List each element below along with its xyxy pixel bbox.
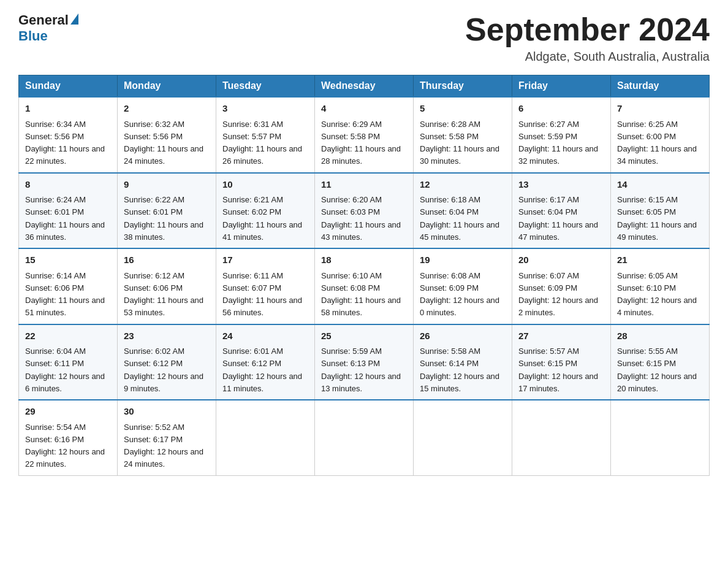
calendar-cell: 8 Sunrise: 6:24 AMSunset: 6:01 PMDayligh…	[19, 173, 118, 249]
day-info: Sunrise: 5:59 AMSunset: 6:13 PMDaylight:…	[321, 347, 401, 393]
calendar-cell: 29 Sunrise: 5:54 AMSunset: 6:16 PMDaylig…	[19, 400, 118, 475]
day-info: Sunrise: 6:15 AMSunset: 6:05 PMDaylight:…	[617, 195, 697, 242]
week-row-1: 1 Sunrise: 6:34 AMSunset: 5:56 PMDayligh…	[19, 97, 710, 173]
calendar-cell: 24 Sunrise: 6:01 AMSunset: 6:12 PMDaylig…	[216, 324, 315, 400]
day-number: 14	[617, 178, 703, 192]
day-info: Sunrise: 6:32 AMSunset: 5:56 PMDaylight:…	[124, 120, 203, 166]
day-number: 13	[518, 178, 604, 192]
logo: General Blue	[18, 12, 78, 45]
day-info: Sunrise: 6:29 AMSunset: 5:58 PMDaylight:…	[321, 120, 401, 166]
calendar-cell: 2 Sunrise: 6:32 AMSunset: 5:56 PMDayligh…	[118, 97, 216, 173]
day-number: 29	[25, 405, 111, 419]
day-number: 25	[321, 329, 407, 343]
day-info: Sunrise: 6:25 AMSunset: 6:00 PMDaylight:…	[617, 120, 697, 166]
calendar-cell	[611, 400, 710, 475]
day-number: 24	[222, 329, 308, 343]
col-thursday: Thursday	[414, 75, 512, 98]
day-number: 12	[420, 178, 506, 192]
calendar-cell: 15 Sunrise: 6:14 AMSunset: 6:06 PMDaylig…	[19, 248, 118, 324]
calendar-cell: 11 Sunrise: 6:20 AMSunset: 6:03 PMDaylig…	[315, 173, 414, 249]
day-info: Sunrise: 6:17 AMSunset: 6:04 PMDaylight:…	[518, 195, 598, 242]
day-info: Sunrise: 6:11 AMSunset: 6:07 PMDaylight:…	[222, 271, 302, 318]
calendar-cell	[414, 400, 512, 475]
day-number: 15	[25, 253, 111, 267]
calendar-cell	[216, 400, 315, 475]
day-number: 9	[124, 178, 210, 192]
day-info: Sunrise: 6:04 AMSunset: 6:11 PMDaylight:…	[25, 347, 105, 393]
calendar-cell: 14 Sunrise: 6:15 AMSunset: 6:05 PMDaylig…	[611, 173, 710, 249]
day-number: 28	[617, 329, 703, 343]
day-info: Sunrise: 6:28 AMSunset: 5:58 PMDaylight:…	[420, 120, 499, 166]
day-number: 16	[124, 253, 210, 267]
day-number: 7	[617, 102, 703, 116]
day-info: Sunrise: 6:18 AMSunset: 6:04 PMDaylight:…	[420, 195, 499, 242]
day-number: 4	[321, 102, 407, 116]
col-sunday: Sunday	[19, 75, 118, 98]
day-info: Sunrise: 5:55 AMSunset: 6:15 PMDaylight:…	[617, 347, 697, 393]
day-info: Sunrise: 6:21 AMSunset: 6:02 PMDaylight:…	[222, 195, 302, 242]
calendar-cell: 3 Sunrise: 6:31 AMSunset: 5:57 PMDayligh…	[216, 97, 315, 173]
week-row-5: 29 Sunrise: 5:54 AMSunset: 6:16 PMDaylig…	[19, 400, 710, 475]
calendar-cell: 18 Sunrise: 6:10 AMSunset: 6:08 PMDaylig…	[315, 248, 414, 324]
week-row-2: 8 Sunrise: 6:24 AMSunset: 6:01 PMDayligh…	[19, 173, 710, 249]
day-number: 2	[124, 102, 210, 116]
day-number: 1	[25, 102, 111, 116]
day-info: Sunrise: 5:58 AMSunset: 6:14 PMDaylight:…	[420, 347, 499, 393]
calendar-cell: 27 Sunrise: 5:57 AMSunset: 6:15 PMDaylig…	[512, 324, 611, 400]
calendar-cell	[512, 400, 611, 475]
day-number: 5	[420, 102, 506, 116]
day-info: Sunrise: 6:10 AMSunset: 6:08 PMDaylight:…	[321, 271, 401, 318]
calendar-cell: 10 Sunrise: 6:21 AMSunset: 6:02 PMDaylig…	[216, 173, 315, 249]
day-info: Sunrise: 6:01 AMSunset: 6:12 PMDaylight:…	[222, 347, 302, 393]
day-info: Sunrise: 6:31 AMSunset: 5:57 PMDaylight:…	[222, 120, 302, 166]
month-title: September 2024	[465, 12, 710, 47]
calendar-cell: 5 Sunrise: 6:28 AMSunset: 5:58 PMDayligh…	[414, 97, 512, 173]
logo-text-blue: Blue	[18, 28, 48, 44]
location: Aldgate, South Australia, Australia	[465, 50, 710, 64]
week-row-4: 22 Sunrise: 6:04 AMSunset: 6:11 PMDaylig…	[19, 324, 710, 400]
col-friday: Friday	[512, 75, 611, 98]
calendar-cell: 28 Sunrise: 5:55 AMSunset: 6:15 PMDaylig…	[611, 324, 710, 400]
day-info: Sunrise: 6:20 AMSunset: 6:03 PMDaylight:…	[321, 195, 401, 242]
day-info: Sunrise: 5:57 AMSunset: 6:15 PMDaylight:…	[518, 347, 598, 393]
day-number: 8	[25, 178, 111, 192]
day-info: Sunrise: 6:24 AMSunset: 6:01 PMDaylight:…	[25, 195, 105, 242]
calendar-cell: 1 Sunrise: 6:34 AMSunset: 5:56 PMDayligh…	[19, 97, 118, 173]
logo-triangle-icon	[70, 13, 78, 25]
calendar-cell: 4 Sunrise: 6:29 AMSunset: 5:58 PMDayligh…	[315, 97, 414, 173]
day-number: 10	[222, 178, 308, 192]
col-wednesday: Wednesday	[315, 75, 414, 98]
calendar-cell: 13 Sunrise: 6:17 AMSunset: 6:04 PMDaylig…	[512, 173, 611, 249]
calendar-cell: 20 Sunrise: 6:07 AMSunset: 6:09 PMDaylig…	[512, 248, 611, 324]
page-header: General Blue September 2024 Aldgate, Sou…	[18, 12, 710, 64]
day-info: Sunrise: 6:27 AMSunset: 5:59 PMDaylight:…	[518, 120, 598, 166]
day-info: Sunrise: 5:54 AMSunset: 6:16 PMDaylight:…	[25, 423, 105, 469]
calendar-cell: 12 Sunrise: 6:18 AMSunset: 6:04 PMDaylig…	[414, 173, 512, 249]
day-number: 18	[321, 253, 407, 267]
day-number: 20	[518, 253, 604, 267]
calendar-cell: 25 Sunrise: 5:59 AMSunset: 6:13 PMDaylig…	[315, 324, 414, 400]
calendar-cell: 6 Sunrise: 6:27 AMSunset: 5:59 PMDayligh…	[512, 97, 611, 173]
day-info: Sunrise: 6:08 AMSunset: 6:09 PMDaylight:…	[420, 271, 499, 318]
calendar-cell: 26 Sunrise: 5:58 AMSunset: 6:14 PMDaylig…	[414, 324, 512, 400]
calendar-cell: 7 Sunrise: 6:25 AMSunset: 6:00 PMDayligh…	[611, 97, 710, 173]
logo-text-general: General	[18, 12, 69, 28]
day-number: 3	[222, 102, 308, 116]
day-number: 23	[124, 329, 210, 343]
day-number: 27	[518, 329, 604, 343]
day-info: Sunrise: 6:02 AMSunset: 6:12 PMDaylight:…	[124, 347, 203, 393]
calendar-header-row: Sunday Monday Tuesday Wednesday Thursday…	[19, 75, 710, 98]
day-number: 11	[321, 178, 407, 192]
day-number: 30	[124, 405, 210, 419]
col-saturday: Saturday	[611, 75, 710, 98]
calendar-cell: 16 Sunrise: 6:12 AMSunset: 6:06 PMDaylig…	[118, 248, 216, 324]
day-info: Sunrise: 6:34 AMSunset: 5:56 PMDaylight:…	[25, 120, 105, 166]
week-row-3: 15 Sunrise: 6:14 AMSunset: 6:06 PMDaylig…	[19, 248, 710, 324]
day-info: Sunrise: 6:05 AMSunset: 6:10 PMDaylight:…	[617, 271, 697, 318]
calendar-table: Sunday Monday Tuesday Wednesday Thursday…	[18, 75, 710, 476]
col-tuesday: Tuesday	[216, 75, 315, 98]
title-section: September 2024 Aldgate, South Australia,…	[465, 12, 710, 64]
day-number: 19	[420, 253, 506, 267]
calendar-cell: 19 Sunrise: 6:08 AMSunset: 6:09 PMDaylig…	[414, 248, 512, 324]
calendar-cell: 21 Sunrise: 6:05 AMSunset: 6:10 PMDaylig…	[611, 248, 710, 324]
